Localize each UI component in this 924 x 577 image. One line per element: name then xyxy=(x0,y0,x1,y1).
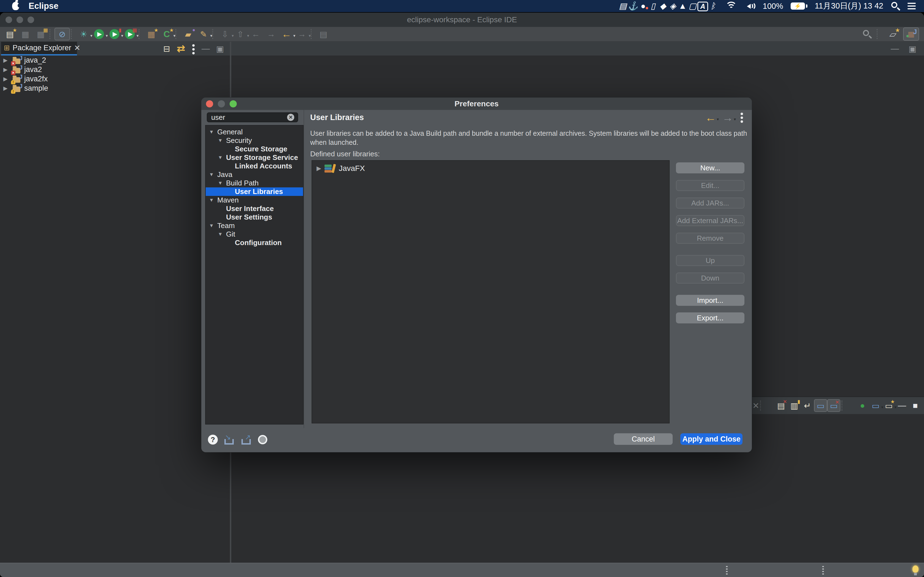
prev-annotation-icon[interactable]: ⇧▾ xyxy=(233,28,248,40)
page-menu-icon[interactable] xyxy=(738,111,746,124)
maximize-icon[interactable]: ■ xyxy=(909,399,922,412)
clear-filter-icon[interactable]: ✕ xyxy=(287,114,294,121)
collapse-all-icon[interactable]: ⊟ xyxy=(161,42,173,55)
sample[interactable]: ▶J!sample xyxy=(0,84,230,93)
export-preferences-icon[interactable]: ↗ xyxy=(241,435,252,445)
run-icon[interactable]: ▶▾ xyxy=(91,28,107,40)
go-forward-icon[interactable]: →▾ xyxy=(294,28,310,40)
side-button[interactable]: Edit... xyxy=(676,180,745,191)
side-button[interactable]: Up xyxy=(676,255,745,266)
new-java-project-icon[interactable]: ▦★ xyxy=(144,28,159,40)
maximize-icon[interactable]: ▣ xyxy=(214,42,226,55)
java-perspective-icon[interactable]: ▦J● xyxy=(903,27,919,41)
sidecar-display-icon[interactable]: ▢ xyxy=(688,0,698,11)
docker-icon[interactable]: ⚓ xyxy=(628,0,638,11)
preferences-tree-item[interactable]: ▼Maven xyxy=(206,196,303,205)
open-element-icon[interactable]: ▰● xyxy=(180,28,196,40)
preferences-tree-item[interactable]: User Settings xyxy=(206,213,303,221)
java2[interactable]: ▶J✕java2 xyxy=(0,65,230,74)
input-source-icon[interactable]: A xyxy=(698,1,708,12)
external-tools-icon[interactable]: ▶▦▾ xyxy=(122,28,137,40)
pin-console-icon[interactable]: ● xyxy=(856,399,869,412)
volume-icon[interactable] xyxy=(745,2,755,10)
maximize-icon[interactable]: ▣ xyxy=(905,42,920,55)
statusbar-drag-handle[interactable] xyxy=(726,566,728,575)
save-all-icon[interactable]: ▦▦ xyxy=(33,28,48,40)
show-stderr-icon[interactable]: ▭✕ xyxy=(827,399,840,412)
clipboard-icon[interactable]: ▤ xyxy=(618,0,628,11)
search-marker-icon[interactable]: ✎▾ xyxy=(196,28,211,40)
statusbar-drag-handle[interactable] xyxy=(822,566,824,575)
preferences-tree-item[interactable]: Configuration xyxy=(206,239,303,247)
recording-badge-icon[interactable]: ●● xyxy=(638,0,648,11)
side-button[interactable]: Export... xyxy=(676,313,745,323)
cancel-button[interactable]: Cancel xyxy=(614,433,673,445)
minimize-icon[interactable]: — xyxy=(200,42,212,55)
display-console-icon[interactable]: ▭▾ xyxy=(869,399,882,412)
apply-and-close-button[interactable]: Apply and Close xyxy=(680,433,743,445)
preferences-tree-item[interactable]: ▼Java xyxy=(206,170,303,179)
save-icon[interactable]: ▦ xyxy=(18,28,33,40)
app-menu-title[interactable]: Eclipse xyxy=(29,1,58,11)
view-menu-icon[interactable] xyxy=(189,42,197,55)
menubar-clock[interactable]: 11月30日(月) 13 42 xyxy=(815,0,883,11)
minimize-icon[interactable]: — xyxy=(887,42,903,55)
open-perspective-icon[interactable]: ▱★ xyxy=(885,28,899,40)
debug-attach-icon[interactable]: ☀▾ xyxy=(76,28,91,40)
filter-input[interactable] xyxy=(207,112,298,122)
spark-app-icon[interactable]: ◆ xyxy=(658,0,668,11)
skip-breakpoints-icon[interactable]: ⊘ xyxy=(55,28,70,40)
new-wizard-icon[interactable]: ▤★ xyxy=(2,28,18,40)
preferences-tree-item[interactable]: ▼Security xyxy=(206,136,303,145)
forward-icon[interactable]: →▾ xyxy=(720,111,735,124)
show-stdout-icon[interactable]: ▭ xyxy=(814,399,827,412)
scroll-lock-icon[interactable]: ▥▮ xyxy=(788,399,801,412)
coverage-icon[interactable]: ▶▮▾ xyxy=(107,28,122,40)
open-console-icon[interactable]: ▭★▾ xyxy=(882,399,895,412)
spotlight-icon[interactable] xyxy=(891,2,900,11)
tab-package-explorer[interactable]: ⊞ Package Explorer ✕ xyxy=(1,42,77,55)
preferences-tree-item[interactable]: ▼Build Path xyxy=(206,179,303,187)
side-button[interactable]: Add JARs... xyxy=(676,198,745,208)
side-button[interactable]: Add External JARs... xyxy=(676,215,745,226)
preferences-tree-item[interactable]: ▼Git xyxy=(206,230,303,239)
tips-lightbulb-icon[interactable] xyxy=(912,566,919,575)
shield-upload-icon[interactable]: ▲ xyxy=(678,0,688,11)
word-wrap-icon[interactable]: ↵ xyxy=(801,399,814,412)
preferences-tree-item[interactable]: Linked Accounts xyxy=(206,162,303,170)
side-button[interactable]: Remove xyxy=(676,233,745,244)
back-history-icon[interactable]: ← xyxy=(248,28,263,40)
new-class-icon[interactable]: C★▾ xyxy=(159,28,174,40)
preferences-tree-item[interactable]: ▼General xyxy=(206,128,303,136)
wifi-icon[interactable] xyxy=(725,2,737,10)
forward-history-icon[interactable]: → xyxy=(263,28,279,40)
dropbox-icon[interactable]: ◈ xyxy=(668,0,678,11)
preferences-tree-item[interactable]: ▼User Storage Service xyxy=(206,153,303,162)
preferences-tree-item[interactable]: User Libraries xyxy=(206,187,303,196)
minimize-icon[interactable]: — xyxy=(895,399,909,412)
pin-editor-icon[interactable]: ▤ xyxy=(316,28,331,40)
apple-menu-icon[interactable] xyxy=(12,2,19,10)
notification-center-icon[interactable] xyxy=(908,3,916,9)
JavaFX[interactable]: ▶JavaFX xyxy=(312,163,669,174)
link-with-editor-icon[interactable]: ⇄ xyxy=(175,42,187,55)
back-icon[interactable]: ←▾ xyxy=(703,111,718,124)
preferences-tree-item[interactable]: Secure Storage xyxy=(206,145,303,153)
clear-console-icon[interactable]: ▤✕ xyxy=(774,399,788,412)
help-icon[interactable]: ? xyxy=(208,435,218,445)
battery-icon[interactable]: ⚡ xyxy=(791,2,808,10)
tab-close-icon[interactable]: ✕ xyxy=(74,44,80,53)
notes-app-icon[interactable]: ▯ xyxy=(648,0,658,11)
side-button[interactable]: New... xyxy=(676,163,745,173)
last-edit-location-icon[interactable]: ←▾ xyxy=(279,28,294,40)
preference-recorder-icon[interactable] xyxy=(258,435,267,444)
import-preferences-icon[interactable]: ↘ xyxy=(224,435,235,445)
java2fx[interactable]: ▶J!java2fx xyxy=(0,74,230,84)
java_2[interactable]: ▶J✕java_2 xyxy=(0,55,230,65)
preferences-tree-item[interactable]: ▼Team xyxy=(206,221,303,230)
side-button[interactable]: Import... xyxy=(676,295,745,306)
quick-search-icon[interactable] xyxy=(863,29,872,39)
side-button[interactable]: Down xyxy=(676,272,745,284)
next-annotation-icon[interactable]: ⇩▾ xyxy=(217,28,233,40)
bluetooth-icon[interactable]: ᛒ xyxy=(708,0,718,11)
